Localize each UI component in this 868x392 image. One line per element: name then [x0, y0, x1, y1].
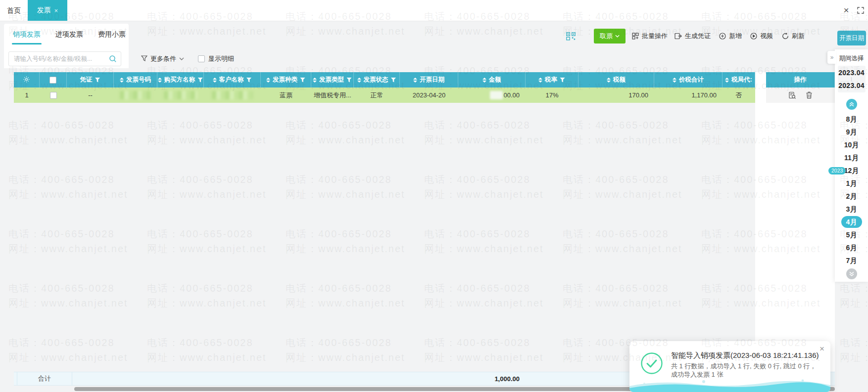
- filter-icon[interactable]: [95, 78, 100, 83]
- column-header-select[interactable]: [40, 72, 67, 87]
- search-icon[interactable]: [109, 55, 117, 65]
- scroll-months-down-button[interactable]: [846, 268, 857, 279]
- period-dash: |: [838, 77, 866, 81]
- period-range-box[interactable]: 2023.04 | 2023.04: [838, 66, 866, 92]
- sort-icon[interactable]: [266, 78, 270, 83]
- month-item-3月[interactable]: 3月: [835, 203, 868, 216]
- month-item-2月[interactable]: 2月: [835, 190, 868, 203]
- row-checkbox[interactable]: [50, 92, 57, 99]
- search-input[interactable]: [9, 52, 106, 66]
- column-header-buyer_name[interactable]: 购买方名称: [157, 72, 204, 87]
- tab-1[interactable]: 进项发票: [55, 24, 83, 44]
- scan-qr-icon[interactable]: [566, 29, 576, 44]
- watermark-text: 电话：400-665-0028网址：www.chanjet.net: [840, 390, 868, 392]
- add-new-label: 新增: [729, 32, 742, 41]
- close-tab-icon[interactable]: ×: [54, 7, 58, 14]
- watermark-text: 电话：400-665-0028网址：www.chanjet.net: [424, 172, 544, 202]
- month-item-5月[interactable]: 5月: [835, 228, 868, 241]
- show-detail-checkbox[interactable]: [198, 55, 205, 62]
- month-item-4月[interactable]: 4月: [841, 216, 862, 228]
- watermark-text: 电话：400-665-0028网址：www.chanjet.net: [8, 281, 128, 310]
- fullscreen-icon[interactable]: [856, 5, 866, 15]
- sort-icon[interactable]: [538, 78, 542, 83]
- column-header-invoice_date[interactable]: 开票日期: [400, 72, 458, 87]
- chevron-double-down-icon: [849, 271, 855, 277]
- month-item-10月[interactable]: 10月: [835, 138, 868, 151]
- column-header-invoice_kind[interactable]: 发票种类: [261, 72, 311, 87]
- column-header-tax_rate[interactable]: 税率: [526, 72, 579, 87]
- filter-icon[interactable]: [391, 78, 396, 83]
- refresh-label: 刷新: [792, 32, 805, 41]
- more-conditions-button[interactable]: 更多条件: [141, 51, 184, 66]
- close-window-icon[interactable]: ×: [841, 5, 851, 15]
- delete-invoice-icon[interactable]: [805, 91, 814, 100]
- column-header-voucher[interactable]: 凭证: [67, 72, 114, 87]
- sort-icon[interactable]: [482, 78, 486, 83]
- column-header-index[interactable]: [14, 72, 40, 87]
- watermark-text: 电话：400-665-0028网址：www.chanjet.net: [424, 281, 544, 310]
- month-item-1月[interactable]: 1月: [835, 177, 868, 190]
- sort-icon[interactable]: [725, 78, 729, 83]
- show-detail-toggle[interactable]: 显示明细: [198, 51, 234, 66]
- column-header-invoice_type[interactable]: 发票类型: [311, 72, 354, 87]
- sort-icon[interactable]: [158, 78, 162, 83]
- sort-icon[interactable]: [213, 78, 217, 83]
- sort-icon[interactable]: [313, 78, 317, 83]
- month-item-8月[interactable]: 8月: [835, 113, 868, 126]
- view-invoice-icon[interactable]: [788, 91, 797, 100]
- watermark-text: 电话：400-665-0028网址：www.chanjet.net: [840, 335, 868, 365]
- column-header-customer_name[interactable]: 客户名称: [204, 72, 261, 87]
- sort-icon[interactable]: [120, 78, 124, 83]
- video-label: 视频: [760, 32, 773, 41]
- pick-ticket-label: 取票: [600, 32, 613, 41]
- column-header-amount[interactable]: 金额: [458, 72, 526, 87]
- nav-tab-invoice[interactable]: 发票 ×: [28, 0, 67, 21]
- filter-icon[interactable]: [300, 78, 305, 83]
- sort-icon[interactable]: [413, 78, 417, 83]
- watermark-text: 电话：400-665-0028网址：www.chanjet.net: [147, 281, 267, 310]
- watermark-text: 电话：400-665-0028网址：www.chanjet.net: [147, 226, 267, 256]
- add-new-button[interactable]: 新增: [719, 29, 742, 44]
- column-header-invoice_no[interactable]: 发票号码: [114, 72, 157, 87]
- column-label: 税局代:: [731, 76, 752, 84]
- play-circle-icon: [750, 33, 757, 40]
- batch-operations-button[interactable]: 批量操作: [632, 29, 668, 44]
- tab-2[interactable]: 费用小票: [98, 24, 126, 44]
- sort-icon[interactable]: [357, 78, 361, 83]
- scroll-months-up-button[interactable]: [846, 99, 857, 110]
- sort-icon[interactable]: [607, 78, 611, 83]
- month-item-11月[interactable]: 11月: [835, 151, 868, 164]
- column-label: 发票类型: [319, 76, 344, 84]
- cell-invoice_date: 2023-04-20: [400, 87, 458, 103]
- redacted-text: [164, 91, 197, 99]
- sort-icon[interactable]: [673, 78, 676, 83]
- month-item-9月[interactable]: 9月: [835, 126, 868, 138]
- tab-0[interactable]: 销项发票: [13, 24, 41, 44]
- month-item-7月[interactable]: 7月: [835, 254, 868, 267]
- gear-icon[interactable]: [23, 76, 30, 85]
- refresh-button[interactable]: 刷新: [782, 29, 805, 44]
- table-row[interactable]: 1--蓝票增值税专用...正常2023-04-2000.0017%170.001…: [14, 87, 835, 103]
- total-amount: 1,000.00: [460, 372, 520, 385]
- column-header-invoice_status[interactable]: 发票状态: [354, 72, 400, 87]
- pick-ticket-button[interactable]: 取票: [594, 29, 626, 44]
- column-header-total_with_tax[interactable]: 价税合计: [654, 72, 723, 87]
- cell-ops: [766, 87, 835, 103]
- sidebar-collapse-handle[interactable]: »: [827, 51, 836, 64]
- filter-icon[interactable]: [197, 78, 203, 83]
- watermark-text: 电话：400-665-0028网址：www.chanjet.net: [840, 281, 868, 310]
- column-header-ops[interactable]: 操作: [766, 72, 835, 87]
- column-header-tax_bureau[interactable]: 税局代:: [723, 72, 755, 87]
- filter-icon[interactable]: [246, 78, 252, 83]
- month-item-6月[interactable]: 6月: [835, 241, 868, 254]
- select-all-checkbox[interactable]: [49, 77, 56, 84]
- filter-icon[interactable]: [346, 78, 352, 83]
- column-header-tax[interactable]: 税额: [579, 72, 654, 87]
- generate-voucher-button[interactable]: 生成凭证: [675, 29, 711, 44]
- nav-tab-home[interactable]: 首页: [7, 0, 21, 21]
- filter-icon[interactable]: [560, 78, 565, 83]
- invoice-date-filter-button[interactable]: 开票日期: [837, 31, 866, 45]
- toast-close-icon[interactable]: ×: [820, 344, 824, 354]
- video-button[interactable]: 视频: [750, 29, 773, 44]
- cell-voucher: --: [67, 87, 114, 103]
